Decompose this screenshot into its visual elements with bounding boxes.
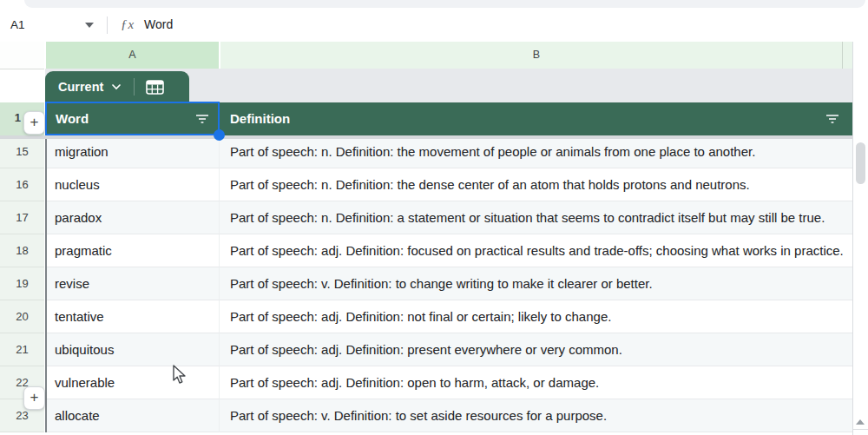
cell-word[interactable]: migration	[45, 135, 220, 168]
frozen-row-divider[interactable]	[0, 135, 853, 139]
cell-definition[interactable]: Part of speech: adj. Definition: not fin…	[220, 300, 852, 333]
divider	[853, 429, 868, 430]
row-header-17[interactable]: 17	[0, 201, 44, 234]
table-row: 20tentativePart of speech: adj. Definiti…	[0, 300, 853, 333]
divider	[107, 16, 108, 34]
table-row: 19revisePart of speech: v. Definition: t…	[0, 267, 853, 300]
fx-icon: ƒx	[121, 8, 135, 42]
row-header-18[interactable]: 18	[0, 234, 44, 267]
cell-word[interactable]: tentative	[45, 300, 220, 333]
table-row: 21ubiquitousPart of speech: adj. Definit…	[0, 333, 853, 366]
cell-word[interactable]: pragmatic	[45, 234, 220, 267]
row-header-15[interactable]: 15	[0, 135, 44, 168]
toolbar-bottom-strip	[24, 0, 865, 8]
cell-word[interactable]: allocate	[45, 399, 220, 432]
column-boundary-line	[842, 42, 843, 69]
table-header-definition-label: Definition	[230, 102, 290, 135]
cell-definition[interactable]: Part of speech: n. Definition: the dense…	[220, 168, 852, 201]
row-header-21[interactable]: 21	[0, 333, 44, 366]
cell-word[interactable]: nucleus	[45, 168, 220, 201]
row-number: 1	[0, 102, 21, 135]
chevron-down-icon[interactable]	[85, 23, 94, 28]
cell-definition[interactable]: Part of speech: n. Definition: a stateme…	[220, 201, 852, 234]
insert-row-button-bottom[interactable]: +	[23, 386, 45, 410]
row-header-20[interactable]: 20	[0, 300, 44, 333]
column-header-strip: A B	[0, 42, 868, 69]
table-row: 22vulnerablePart of speech: adj. Definit…	[0, 366, 853, 399]
table-row: 23allocatePart of speech: v. Definition:…	[0, 399, 853, 432]
formula-bar: A1 ƒx Word	[0, 8, 868, 43]
column-header-a[interactable]: A	[46, 42, 219, 69]
formula-input[interactable]: Word	[144, 8, 173, 42]
cell-word[interactable]: revise	[45, 267, 220, 300]
cell-reference-box[interactable]: A1	[10, 8, 25, 42]
table-left-border	[45, 139, 47, 432]
table-tab-label: Current	[58, 80, 103, 94]
select-all-corner[interactable]	[0, 42, 44, 69]
filter-icon[interactable]	[194, 113, 211, 125]
cell-definition[interactable]: Part of speech: n. Definition: the movem…	[220, 135, 852, 168]
table-tab-current[interactable]: Current	[45, 71, 189, 102]
vertical-scrollbar-track[interactable]	[852, 42, 868, 435]
cell-word[interactable]: paradox	[45, 201, 220, 234]
table-header-definition[interactable]: Definition	[220, 102, 853, 135]
vertical-scrollbar-thumb[interactable]	[856, 142, 865, 184]
selection-fill-handle[interactable]	[214, 129, 225, 141]
spreadsheet-app: A1 ƒx Word A B Current Word	[0, 0, 868, 435]
cell-definition[interactable]: Part of speech: adj. Definition: present…	[220, 333, 852, 366]
table-header-word-label: Word	[56, 102, 89, 135]
row-header-19[interactable]: 19	[0, 267, 44, 300]
table-row: 17paradoxPart of speech: n. Definition: …	[0, 201, 853, 234]
filter-icon[interactable]	[824, 113, 841, 125]
insert-row-button-top[interactable]: +	[23, 111, 45, 135]
table-header-word[interactable]: Word	[45, 102, 220, 135]
cell-word[interactable]: ubiquitous	[45, 333, 220, 366]
cell-word[interactable]: vulnerable	[45, 366, 220, 399]
chevron-down-icon[interactable]	[111, 83, 122, 90]
cell-definition[interactable]: Part of speech: adj. Definition: focused…	[220, 234, 852, 267]
divider	[134, 78, 135, 96]
table-view-icon[interactable]	[146, 80, 164, 95]
table-row: 18pragmaticPart of speech: adj. Definiti…	[0, 234, 853, 267]
column-header-b[interactable]: B	[220, 42, 852, 69]
cell-definition[interactable]: Part of speech: adj. Definition: open to…	[220, 366, 852, 399]
cell-definition[interactable]: Part of speech: v. Definition: to change…	[220, 267, 852, 300]
cell-definition[interactable]: Part of speech: v. Definition: to set as…	[220, 399, 852, 432]
row-header-16[interactable]: 16	[0, 168, 44, 201]
table-row: 16nucleusPart of speech: n. Definition: …	[0, 168, 853, 201]
scroll-up-arrow-icon[interactable]	[856, 419, 865, 425]
table-row: 15migrationPart of speech: n. Definition…	[0, 135, 853, 168]
